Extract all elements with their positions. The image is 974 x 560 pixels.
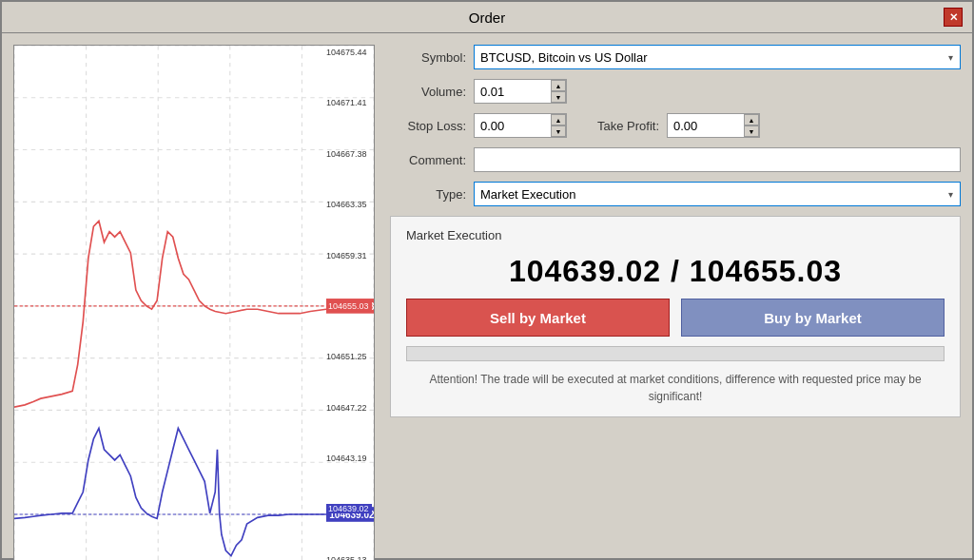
main-content: 104655.03 104639.02 104675.44 104671.41 … bbox=[2, 33, 972, 560]
window-title: Order bbox=[30, 10, 944, 26]
volume-input-container: ▲ ▼ bbox=[474, 79, 567, 104]
comment-row: Comment: bbox=[390, 147, 961, 172]
price-label-7: 104651.25 bbox=[326, 352, 372, 361]
stop-loss-input[interactable] bbox=[475, 114, 551, 137]
price-label-9: 104643.19 bbox=[326, 454, 372, 463]
sl-tp-row: Stop Loss: ▲ ▼ Take Profit: ▲ ▼ bbox=[390, 113, 961, 138]
title-bar: Order ✕ bbox=[2, 2, 972, 33]
price-label-6: 104655.03 bbox=[326, 301, 372, 311]
take-profit-input[interactable] bbox=[668, 114, 744, 137]
market-execution-label: Market Execution bbox=[406, 228, 945, 242]
action-buttons-row: Sell by Market Buy by Market bbox=[406, 299, 945, 337]
comment-label: Comment: bbox=[390, 153, 466, 167]
price-label-11: 104635.13 bbox=[326, 555, 372, 560]
type-select-container[interactable]: Market Execution ▾ bbox=[474, 182, 961, 206]
price-label-3: 104667.38 bbox=[326, 149, 372, 159]
symbol-select-container[interactable]: BTCUSD, Bitcoin vs US Dollar ▾ bbox=[474, 45, 961, 69]
chart-panel: 104655.03 104639.02 104675.44 104671.41 … bbox=[13, 45, 375, 560]
sell-by-market-button[interactable]: Sell by Market bbox=[406, 299, 670, 337]
stop-loss-spinners: ▲ ▼ bbox=[551, 114, 566, 137]
comment-input[interactable] bbox=[474, 147, 961, 172]
price-label-4: 104663.35 bbox=[326, 200, 372, 209]
volume-row: Volume: ▲ ▼ bbox=[390, 79, 961, 104]
price-label-1: 104675.44 bbox=[326, 48, 372, 57]
close-button[interactable]: ✕ bbox=[944, 8, 963, 27]
symbol-row: Symbol: BTCUSD, Bitcoin vs US Dollar ▾ bbox=[390, 45, 961, 69]
take-profit-spinners: ▲ ▼ bbox=[744, 114, 759, 137]
attention-text: Attention! The trade will be executed at… bbox=[406, 371, 945, 405]
price-label-10: 104639.02 bbox=[326, 504, 372, 513]
type-select[interactable]: Market Execution bbox=[475, 183, 941, 205]
volume-up-button[interactable]: ▲ bbox=[551, 80, 566, 91]
price-label-8: 104647.22 bbox=[326, 403, 372, 413]
type-dropdown-arrow[interactable]: ▾ bbox=[941, 189, 960, 200]
price-display: 104639.02 / 104655.03 bbox=[406, 254, 945, 289]
stop-loss-down-button[interactable]: ▼ bbox=[551, 126, 566, 137]
volume-label: Volume: bbox=[390, 85, 466, 99]
type-label: Type: bbox=[390, 187, 466, 202]
right-panel: Symbol: BTCUSD, Bitcoin vs US Dollar ▾ V… bbox=[390, 45, 961, 560]
market-execution-box: Market Execution 104639.02 / 104655.03 S… bbox=[390, 216, 961, 417]
stop-loss-up-button[interactable]: ▲ bbox=[551, 114, 566, 126]
y-axis-labels: 104675.44 104671.41 104667.38 104663.35 … bbox=[324, 46, 374, 560]
take-profit-up-button[interactable]: ▲ bbox=[744, 114, 759, 126]
price-chart: 104655.03 104639.02 bbox=[14, 46, 374, 560]
stop-loss-input-container: ▲ ▼ bbox=[474, 113, 567, 138]
take-profit-down-button[interactable]: ▼ bbox=[744, 126, 759, 137]
progress-bar bbox=[406, 346, 945, 361]
stop-loss-label: Stop Loss: bbox=[390, 119, 466, 133]
symbol-select[interactable]: BTCUSD, Bitcoin vs US Dollar bbox=[475, 46, 941, 68]
symbol-label: Symbol: bbox=[390, 50, 466, 65]
svg-rect-0 bbox=[14, 46, 374, 560]
type-row: Type: Market Execution ▾ bbox=[390, 182, 961, 206]
order-window: Order ✕ bbox=[0, 0, 974, 560]
buy-by-market-button[interactable]: Buy by Market bbox=[681, 299, 945, 337]
volume-down-button[interactable]: ▼ bbox=[551, 91, 566, 103]
symbol-dropdown-arrow[interactable]: ▾ bbox=[941, 52, 960, 63]
take-profit-label: Take Profit: bbox=[597, 119, 659, 133]
volume-spinners: ▲ ▼ bbox=[551, 80, 566, 103]
take-profit-input-container: ▲ ▼ bbox=[667, 113, 760, 138]
price-label-5: 104659.31 bbox=[326, 251, 372, 261]
volume-input[interactable] bbox=[475, 80, 551, 103]
price-label-2: 104671.41 bbox=[326, 98, 372, 107]
